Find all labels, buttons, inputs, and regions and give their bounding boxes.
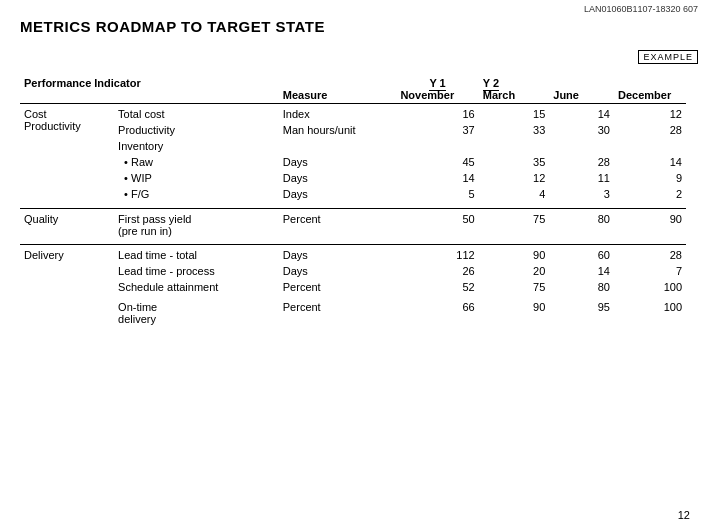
schedule-attainment-march: 75 <box>479 279 550 295</box>
productivity-row: Productivity Man hours/unit 37 33 30 28 <box>20 122 686 138</box>
sub-header-row: Measure November March June December <box>20 89 686 104</box>
total-cost-march: 15 <box>479 104 550 123</box>
cost-category: CostProductivity <box>20 104 114 203</box>
fg-nov: 5 <box>396 186 478 202</box>
wip-dec: 9 <box>614 170 686 186</box>
productivity-indicator: Productivity <box>114 122 279 138</box>
schedule-attainment-dec: 100 <box>614 279 686 295</box>
fg-march: 4 <box>479 186 550 202</box>
y1-y2-header-row: Performance Indicator Y 1 Y 2 <box>20 75 686 89</box>
lead-time-total-march: 90 <box>479 245 550 264</box>
total-cost-measure: Index <box>279 104 397 123</box>
june-header: June <box>549 89 614 104</box>
measure-header <box>279 75 397 89</box>
schedule-attainment-nov: 52 <box>396 279 478 295</box>
raw-june: 28 <box>549 154 614 170</box>
wip-june: 11 <box>549 170 614 186</box>
perf-sub-header <box>20 89 279 104</box>
total-cost-june: 14 <box>549 104 614 123</box>
on-time-delivery-june: 95 <box>549 299 614 327</box>
lead-time-total-june: 60 <box>549 245 614 264</box>
quality-category: Quality <box>20 208 114 239</box>
quality-measure: Percent <box>279 208 397 239</box>
lead-time-process-march: 20 <box>479 263 550 279</box>
perf-indicator-header: Performance Indicator <box>20 75 279 89</box>
productivity-measure: Man hours/unit <box>279 122 397 138</box>
quality-nov: 50 <box>396 208 478 239</box>
quality-section-row: Quality First pass yield(pre run in) Per… <box>20 208 686 239</box>
quality-march: 75 <box>479 208 550 239</box>
schedule-attainment-june: 80 <box>549 279 614 295</box>
wip-march: 12 <box>479 170 550 186</box>
raw-nov: 45 <box>396 154 478 170</box>
productivity-june: 30 <box>549 122 614 138</box>
on-time-delivery-march: 90 <box>479 299 550 327</box>
on-time-delivery-row: On-timedelivery Percent 66 90 95 100 <box>20 299 686 327</box>
wip-measure: Days <box>279 170 397 186</box>
measure-sub-header: Measure <box>279 89 397 104</box>
fg-dec: 2 <box>614 186 686 202</box>
y2-header: Y 2 <box>479 75 686 89</box>
raw-march: 35 <box>479 154 550 170</box>
cost-section-row-1: CostProductivity Total cost Index 16 15 … <box>20 104 686 123</box>
lead-time-total-nov: 112 <box>396 245 478 264</box>
productivity-dec: 28 <box>614 122 686 138</box>
lead-time-process-dec: 7 <box>614 263 686 279</box>
total-cost-indicator: Total cost <box>114 104 279 123</box>
inventory-indicator: Inventory <box>114 138 279 154</box>
quality-dec: 90 <box>614 208 686 239</box>
march-header: March <box>479 89 550 104</box>
lead-time-total-dec: 28 <box>614 245 686 264</box>
lead-time-process-indicator: Lead time - process <box>114 263 279 279</box>
on-time-delivery-measure: Percent <box>279 299 397 327</box>
lead-time-process-june: 14 <box>549 263 614 279</box>
on-time-delivery-dec: 100 <box>614 299 686 327</box>
total-cost-nov: 16 <box>396 104 478 123</box>
raw-dec: 14 <box>614 154 686 170</box>
doc-id: LAN01060B1107-18320 607 <box>584 4 698 14</box>
wip-indicator: • WIP <box>114 170 279 186</box>
wip-nov: 14 <box>396 170 478 186</box>
delivery-category: Delivery <box>20 245 114 328</box>
quality-june: 80 <box>549 208 614 239</box>
dec-header: December <box>614 89 686 104</box>
fg-june: 3 <box>549 186 614 202</box>
raw-measure: Days <box>279 154 397 170</box>
fg-row: • F/G Days 5 4 3 2 <box>20 186 686 202</box>
y1-header: Y 1 <box>396 75 478 89</box>
lead-time-process-row: Lead time - process Days 26 20 14 7 <box>20 263 686 279</box>
productivity-nov: 37 <box>396 122 478 138</box>
schedule-attainment-indicator: Schedule attainment <box>114 279 279 295</box>
total-cost-dec: 12 <box>614 104 686 123</box>
lead-time-total-measure: Days <box>279 245 397 264</box>
example-badge: EXAMPLE <box>638 50 698 64</box>
inventory-label-row: Inventory <box>20 138 686 154</box>
lead-time-process-measure: Days <box>279 263 397 279</box>
nov-header: November <box>396 89 478 104</box>
on-time-delivery-indicator: On-timedelivery <box>114 299 279 327</box>
lead-time-process-nov: 26 <box>396 263 478 279</box>
raw-indicator: • Raw <box>114 154 279 170</box>
fg-measure: Days <box>279 186 397 202</box>
fg-indicator: • F/G <box>114 186 279 202</box>
on-time-delivery-nov: 66 <box>396 299 478 327</box>
raw-row: • Raw Days 45 35 28 14 <box>20 154 686 170</box>
delivery-section-row-1: Delivery Lead time - total Days 112 90 6… <box>20 245 686 264</box>
productivity-march: 33 <box>479 122 550 138</box>
schedule-attainment-measure: Percent <box>279 279 397 295</box>
lead-time-total-indicator: Lead time - total <box>114 245 279 264</box>
page-number: 12 <box>678 509 690 521</box>
wip-row: • WIP Days 14 12 11 9 <box>20 170 686 186</box>
quality-indicator: First pass yield(pre run in) <box>114 208 279 239</box>
schedule-attainment-row: Schedule attainment Percent 52 75 80 100 <box>20 279 686 295</box>
